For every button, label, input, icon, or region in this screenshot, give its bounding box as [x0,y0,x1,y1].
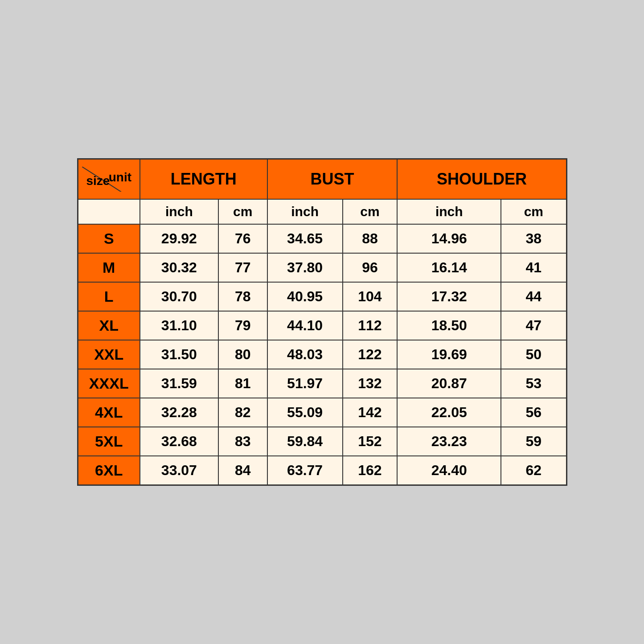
shoulder-cm-cell: 59 [501,427,566,456]
corner-cell: unit size [78,159,140,199]
shoulder-cm-cell: 41 [501,253,566,282]
shoulder-cm-header: cm [501,199,566,224]
size-label: size [86,174,110,188]
bust-inch-cell: 44.10 [267,311,343,340]
size-cell: 4XL [78,398,140,427]
size-cell: 5XL [78,427,140,456]
length-cm-cell: 78 [218,282,267,311]
length-cm-cell: 83 [218,427,267,456]
bust-cm-cell: 142 [343,398,398,427]
size-cell: S [78,224,140,253]
length-inch-cell: 32.68 [140,427,218,456]
bust-cm-cell: 122 [343,340,398,369]
bust-inch-cell: 37.80 [267,253,343,282]
shoulder-inch-cell: 19.69 [397,340,501,369]
bust-cm-cell: 162 [343,456,398,485]
table-row: L30.707840.9510417.3244 [78,282,566,311]
shoulder-inch-cell: 18.50 [397,311,501,340]
length-cm-header: cm [218,199,267,224]
bust-inch-cell: 48.03 [267,340,343,369]
length-inch-cell: 31.50 [140,340,218,369]
bust-cm-header: cm [343,199,398,224]
table-row: S29.927634.658814.9638 [78,224,566,253]
shoulder-cm-cell: 53 [501,369,566,398]
table-row: XXXL31.598151.9713220.8753 [78,369,566,398]
table-row: M30.327737.809616.1441 [78,253,566,282]
bust-inch-header: inch [267,199,343,224]
table-row: XXL31.508048.0312219.6950 [78,340,566,369]
header-row: unit size LENGTH BUST SHOULDER [78,159,566,199]
length-inch-cell: 33.07 [140,456,218,485]
shoulder-header: SHOULDER [397,159,566,199]
shoulder-cm-cell: 56 [501,398,566,427]
length-cm-cell: 77 [218,253,267,282]
length-inch-cell: 32.28 [140,398,218,427]
length-cm-cell: 80 [218,340,267,369]
bust-inch-cell: 51.97 [267,369,343,398]
length-cm-cell: 81 [218,369,267,398]
size-cell: 6XL [78,456,140,485]
length-inch-cell: 31.10 [140,311,218,340]
length-header: LENGTH [140,159,267,199]
shoulder-cm-cell: 44 [501,282,566,311]
bust-cm-cell: 104 [343,282,398,311]
length-cm-cell: 76 [218,224,267,253]
bust-inch-cell: 40.95 [267,282,343,311]
length-inch-cell: 30.32 [140,253,218,282]
shoulder-inch-cell: 22.05 [397,398,501,427]
bust-cm-cell: 88 [343,224,398,253]
size-cell: XXL [78,340,140,369]
bust-inch-cell: 59.84 [267,427,343,456]
length-inch-cell: 31.59 [140,369,218,398]
size-cell: L [78,282,140,311]
shoulder-inch-cell: 24.40 [397,456,501,485]
bust-cm-cell: 96 [343,253,398,282]
shoulder-cm-cell: 38 [501,224,566,253]
shoulder-inch-cell: 17.32 [397,282,501,311]
shoulder-inch-cell: 14.96 [397,224,501,253]
length-inch-header: inch [140,199,218,224]
shoulder-inch-cell: 23.23 [397,427,501,456]
corner-empty [78,199,140,224]
size-cell: XXXL [78,369,140,398]
bust-header: BUST [267,159,398,199]
shoulder-cm-cell: 47 [501,311,566,340]
size-chart-table: unit size LENGTH BUST SHOULDER inch cm i… [77,158,567,486]
size-cell: M [78,253,140,282]
table-row: 4XL32.288255.0914222.0556 [78,398,566,427]
size-chart-container: unit size LENGTH BUST SHOULDER inch cm i… [50,131,594,513]
size-cell: XL [78,311,140,340]
shoulder-inch-cell: 20.87 [397,369,501,398]
length-inch-cell: 30.70 [140,282,218,311]
bust-cm-cell: 152 [343,427,398,456]
shoulder-cm-cell: 62 [501,456,566,485]
length-inch-cell: 29.92 [140,224,218,253]
bust-inch-cell: 34.65 [267,224,343,253]
unit-label: unit [109,170,131,185]
shoulder-inch-header: inch [397,199,501,224]
table-row: 5XL32.688359.8415223.2359 [78,427,566,456]
length-cm-cell: 82 [218,398,267,427]
bust-cm-cell: 112 [343,311,398,340]
bust-inch-cell: 63.77 [267,456,343,485]
bust-cm-cell: 132 [343,369,398,398]
length-cm-cell: 79 [218,311,267,340]
length-cm-cell: 84 [218,456,267,485]
bust-inch-cell: 55.09 [267,398,343,427]
table-row: 6XL33.078463.7716224.4062 [78,456,566,485]
subheader-row: inch cm inch cm inch cm [78,199,566,224]
shoulder-cm-cell: 50 [501,340,566,369]
shoulder-inch-cell: 16.14 [397,253,501,282]
table-row: XL31.107944.1011218.5047 [78,311,566,340]
